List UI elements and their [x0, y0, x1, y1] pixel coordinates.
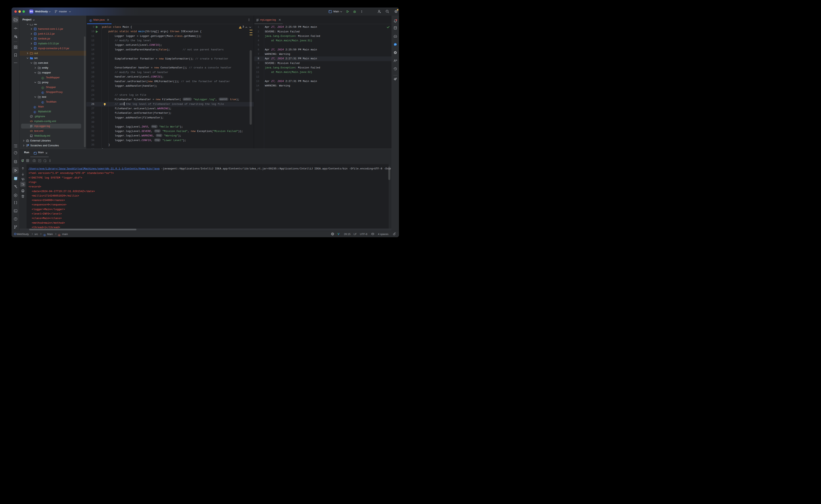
svg-text:?: ? [16, 36, 17, 38]
